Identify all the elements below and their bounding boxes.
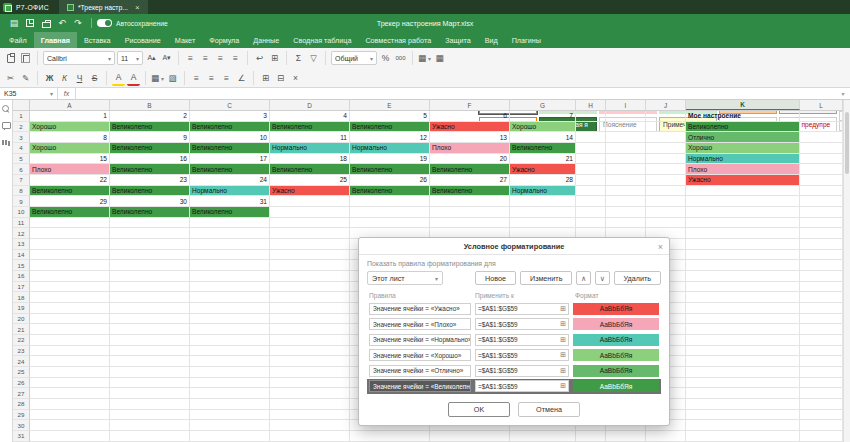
decrease-font-button[interactable]: А▾ [160,51,173,66]
cell-B7[interactable]: 23 [110,175,190,186]
cell-A6[interactable]: Плохо [30,164,110,175]
cell-D12[interactable] [270,228,350,239]
cell-D10[interactable] [270,207,350,218]
cell-B12[interactable] [110,228,190,239]
cell-K1[interactable]: Мое настроение [686,111,800,122]
cell-B24[interactable] [110,356,190,367]
cell-K8[interactable] [686,186,800,197]
row-header-4[interactable]: 4 [13,143,30,154]
cell-K3[interactable]: Отлично [686,132,800,143]
menu-tab[interactable]: Совместная работа [358,32,438,48]
cell-D7[interactable]: 25 [270,175,350,186]
cell-L29[interactable] [800,410,843,421]
dialog-close-icon[interactable]: × [658,238,663,255]
cell-C21[interactable] [190,324,270,335]
cell-G8[interactable]: Нормально [510,186,576,197]
cell-K17[interactable] [686,282,800,293]
cell-K22[interactable] [686,335,800,346]
cell-E7[interactable]: 26 [350,175,430,186]
cell-I9[interactable] [606,196,646,207]
column-header-F[interactable]: F [430,100,510,110]
cancel-button[interactable]: Отмена [518,402,580,417]
cell-D1[interactable]: 4 [270,111,350,122]
paste-button[interactable] [4,51,17,66]
cell-B5[interactable]: 16 [110,154,190,165]
cell-F6[interactable]: Великолепно [430,164,510,175]
cell-A25[interactable] [30,367,110,378]
cell-E8[interactable]: Великолепно [350,186,430,197]
cell-A31[interactable] [30,431,110,442]
number-format-select[interactable]: Общий ▾ [331,51,377,65]
scrollbar-thumb[interactable] [845,112,849,174]
cell-L25[interactable] [800,367,843,378]
cell-C3[interactable]: 10 [190,132,270,143]
cell-L10[interactable] [800,207,843,218]
cell-D27[interactable] [270,388,350,399]
cell-A4[interactable]: Хорошо [30,143,110,154]
cell-A27[interactable] [30,388,110,399]
cell-A11[interactable] [30,218,110,229]
cell-K16[interactable] [686,271,800,282]
cell-K11[interactable] [686,218,800,229]
cell-B19[interactable] [110,303,190,314]
row-header-19[interactable]: 19 [13,303,30,314]
font-name-select[interactable]: Calibri ▾ [43,51,115,65]
bold-button[interactable]: Ж [43,71,56,86]
tab-close-icon[interactable]: × [135,3,140,12]
move-rule-down-button[interactable]: ∨ [595,271,610,285]
cell-B29[interactable] [110,410,190,421]
cell-L17[interactable] [800,282,843,293]
cell-L15[interactable] [800,260,843,271]
cell-H1[interactable] [576,111,606,122]
cell-L20[interactable] [800,314,843,325]
cell-A26[interactable] [30,378,110,389]
menu-tab[interactable]: Плагины [505,32,548,48]
cell-A3[interactable]: 8 [30,132,110,143]
cell-G4[interactable]: Великолепно [510,143,576,154]
cell-I8[interactable] [606,186,646,197]
cell-A12[interactable] [30,228,110,239]
menu-tab[interactable]: Формула [202,32,246,48]
cell-L8[interactable] [800,186,843,197]
row-header-28[interactable]: 28 [13,399,30,410]
cell-D8[interactable]: Ужасно [270,186,350,197]
vertical-align-top-button[interactable]: ≡ [190,71,203,86]
row-header-22[interactable]: 22 [13,335,30,346]
row-header-30[interactable]: 30 [13,420,30,431]
format-as-table-button[interactable]: ▦ [433,51,446,66]
cell-K30[interactable] [686,420,800,431]
cell-F5[interactable]: 20 [430,154,510,165]
cut-button[interactable]: ✂ [4,71,17,86]
rule-row[interactable]: Значение ячейки = «Нормально»=$A$1:$G$59… [367,332,661,348]
row-header-17[interactable]: 17 [13,282,30,293]
cell-K20[interactable] [686,314,800,325]
cell-B8[interactable]: Великолепно [110,186,190,197]
rule-row[interactable]: Значение ячейки = «Отлично»=$A$1:$G$59⊞А… [367,363,661,379]
cell-D15[interactable] [270,260,350,271]
cell-I4[interactable] [606,143,646,154]
cell-G5[interactable]: 21 [510,154,576,165]
cell-A13[interactable] [30,239,110,250]
cell-K26[interactable] [686,378,800,389]
cell-K23[interactable] [686,346,800,357]
name-box[interactable]: K35 ▾ [0,88,58,99]
cell-D20[interactable] [270,314,350,325]
cell-K19[interactable] [686,303,800,314]
cell-L18[interactable] [800,292,843,303]
cell-E2[interactable]: Великолепно [350,122,430,133]
borders-button[interactable]: ▦▾ [151,71,164,86]
percent-style-button[interactable]: % [379,51,392,66]
cell-I31[interactable] [606,431,646,442]
search-icon[interactable] [2,105,10,113]
align-center-button[interactable]: ≡ [199,51,212,66]
menu-tab[interactable]: Вид [478,32,505,48]
cell-G31[interactable] [510,431,576,442]
cell-A19[interactable] [30,303,110,314]
font-size-select[interactable]: 11 ▾ [117,51,143,65]
cell-B14[interactable] [110,250,190,261]
cell-C17[interactable] [190,282,270,293]
cell-F10[interactable] [430,207,510,218]
cell-B21[interactable] [110,324,190,335]
cell-H10[interactable] [576,207,606,218]
cell-B15[interactable] [110,260,190,271]
